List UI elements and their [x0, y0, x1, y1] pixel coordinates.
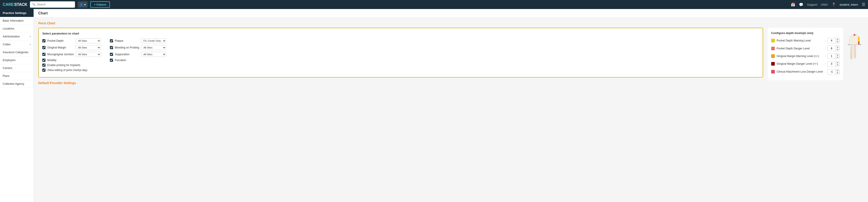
depth-spinners-gingival-warning: ▲ ▼	[836, 54, 839, 59]
param-editing-label: Allow editing of perio chart(a day)	[47, 68, 101, 72]
param-pocket-depth-select[interactable]: All SitesF/L Center Only	[76, 38, 101, 43]
depth-up-cal-danger[interactable]: ▲	[836, 69, 839, 72]
sidebar-item-codes[interactable]: Codes ▾	[0, 40, 34, 49]
param-implants: Enable probing for Implants	[42, 64, 101, 67]
sidebar-item-label: Carriers	[3, 66, 12, 70]
param-editing: Allow editing of perio chart(a day)	[42, 68, 101, 72]
user-icon-button[interactable]: 👤 ▾	[78, 1, 88, 8]
param-plaque-checkbox[interactable]	[110, 39, 113, 42]
location-icon[interactable]: 📍	[832, 2, 836, 7]
param-furcation-checkbox[interactable]	[110, 59, 113, 62]
sidebar-item-locations[interactable]: Locations	[0, 25, 34, 33]
depth-value-pocket-danger[interactable]	[828, 47, 836, 51]
param-plaque-select[interactable]: F/L Center OnlyAll Sites	[141, 38, 166, 43]
param-bleeding-checkbox[interactable]	[110, 46, 113, 49]
depth-color-cal-danger	[771, 70, 775, 74]
search-input[interactable]	[37, 3, 73, 6]
perio-illustration	[845, 32, 864, 59]
depth-down-pocket-warning[interactable]: ▼	[836, 40, 839, 43]
param-pocket-depth-checkbox[interactable]	[42, 39, 45, 42]
depth-up-gingival-warning[interactable]: ▲	[836, 54, 839, 56]
sidebar-item-label: Codes	[3, 43, 10, 46]
sidebar-item-collection-agency[interactable]: Collection Agency	[0, 80, 34, 88]
depth-input-gingival-warning: ▲ ▼	[827, 53, 840, 59]
depth-color-gingival-danger	[771, 62, 775, 66]
param-suppuration-select[interactable]: All SitesF/L Center Only	[141, 52, 166, 57]
depth-row-gingival-danger: Gingival Margin Danger Level (+/-) : ▲ ▼	[771, 61, 840, 66]
param-gingival-margin-checkbox[interactable]	[42, 46, 45, 49]
param-editing-checkbox[interactable]	[42, 68, 45, 72]
depth-label-gingival-danger: Gingival Margin Danger Level (+/-)	[777, 62, 823, 65]
perio-chart-title: Perio Chart	[38, 22, 864, 25]
calendar-icon[interactable]: 📅	[791, 2, 795, 7]
depth-up-gingival-danger[interactable]: ▲	[836, 61, 839, 64]
sidebar-item-label: Basic Information	[3, 19, 24, 22]
depth-value-cal-danger[interactable]	[828, 70, 836, 74]
param-bleeding: Bleeding on Probing All SitesF/L Center …	[110, 45, 166, 50]
page-header: Chart	[34, 9, 868, 18]
depth-value-pocket-warning[interactable]	[828, 38, 836, 42]
depth-row-cal-danger: Clinical Attachment Loss Danger Level : …	[771, 69, 840, 75]
depth-value-gingival-warning[interactable]	[828, 54, 836, 58]
depth-row-gingival-warning: Gingival Margin Warning Level (+/-) : ▲ …	[771, 53, 840, 59]
depth-label-pocket-warning: Pocket Depth Warning Level	[777, 39, 823, 42]
sidebar-item-label: Collection Agency	[3, 82, 24, 85]
svg-rect-2	[858, 37, 860, 41]
depth-up-pocket-warning[interactable]: ▲	[836, 38, 839, 40]
depth-spinners-gingival-danger: ▲ ▼	[836, 61, 839, 66]
depth-up-pocket-danger[interactable]: ▲	[836, 46, 839, 48]
nav-right: 📅 💬 Support UNIV 📍 student, intern ☰	[791, 2, 865, 7]
svg-point-1	[854, 34, 856, 36]
sidebar-item-employers[interactable]: Employers	[0, 56, 34, 64]
param-plaque: Plaque F/L Center OnlyAll Sites	[110, 38, 166, 43]
param-suppuration-checkbox[interactable]	[110, 53, 113, 56]
support-link[interactable]: Support	[807, 3, 817, 6]
sidebar-item-basic-information[interactable]: Basic Information	[0, 17, 34, 25]
param-furcation-label: Furcation	[115, 59, 166, 62]
param-mucogingival: Mucogingival Junction All SitesF/L Cente…	[42, 52, 101, 57]
sidebar-item-carriers[interactable]: Carriers	[0, 64, 34, 72]
chart-right: Configure depth levels(in mm) Pocket Dep…	[768, 28, 864, 80]
perio-card: Select parameters to chart Pocket Depth …	[38, 28, 763, 78]
sidebar-item-plans[interactable]: Plans	[0, 72, 34, 80]
layout: Practice Settings Basic Information Loca…	[0, 9, 868, 202]
svg-rect-3	[858, 41, 860, 45]
param-bleeding-select[interactable]: All SitesF/L Center Only	[141, 45, 166, 50]
param-suppuration-label: Suppuration	[115, 53, 139, 56]
hamburger-icon[interactable]: ☰	[862, 2, 865, 7]
content-area: Perio Chart Select parameters to chart P…	[34, 18, 868, 88]
param-mucogingival-checkbox[interactable]	[42, 53, 45, 56]
top-navigation: CARESTACK 🔍 👤 ▾ + Patient 📅 💬 Support UN…	[0, 0, 868, 9]
select-params-header: Select parameters to chart	[42, 32, 759, 35]
param-mobility: Mobility	[42, 59, 101, 62]
depth-input-pocket-warning: ▲ ▼	[827, 38, 840, 43]
param-mobility-checkbox[interactable]	[42, 59, 45, 62]
param-plaque-label: Plaque	[115, 39, 139, 42]
sidebar-item-administration[interactable]: Administration ▾	[0, 33, 34, 40]
param-bleeding-label: Bleeding on Probing	[115, 46, 139, 49]
depth-down-cal-danger[interactable]: ▼	[836, 72, 839, 74]
logo: CARESTACK	[3, 2, 27, 7]
sidebar-item-insurance-categories[interactable]: Insurance Categories	[0, 49, 34, 56]
search-icon: 🔍	[32, 3, 36, 6]
param-implants-checkbox[interactable]	[42, 64, 45, 67]
depth-value-gingival-danger[interactable]	[828, 62, 836, 66]
depth-spinners-pocket-danger: ▲ ▼	[836, 46, 839, 51]
depth-row-pocket-danger: Pocket Depth Danger Level : ▲ ▼	[771, 46, 840, 51]
depth-down-gingival-danger[interactable]: ▼	[836, 64, 839, 66]
param-gingival-margin-select[interactable]: All SitesF/L Center Only	[76, 45, 101, 50]
depth-input-cal-danger: ▲ ▼	[827, 69, 840, 75]
sidebar-header: Practice Settings	[0, 9, 34, 17]
add-patient-button[interactable]: + Patient	[90, 1, 110, 8]
depth-spinners-cal-danger: ▲ ▼	[836, 69, 839, 74]
depth-config: Configure depth levels(in mm) Pocket Dep…	[768, 28, 843, 80]
param-gingival-margin-label: Gingival Margin	[47, 46, 74, 49]
depth-color-gingival-warning	[771, 54, 775, 58]
chevron-icon: ▾	[30, 43, 31, 46]
depth-down-gingival-warning[interactable]: ▼	[836, 56, 839, 59]
param-mucogingival-select[interactable]: All SitesF/L Center Only	[76, 52, 101, 57]
search-box[interactable]: 🔍	[30, 1, 75, 8]
chat-icon[interactable]: 💬	[799, 2, 803, 7]
depth-color-pocket-danger	[771, 47, 775, 50]
depth-down-pocket-danger[interactable]: ▼	[836, 49, 839, 51]
